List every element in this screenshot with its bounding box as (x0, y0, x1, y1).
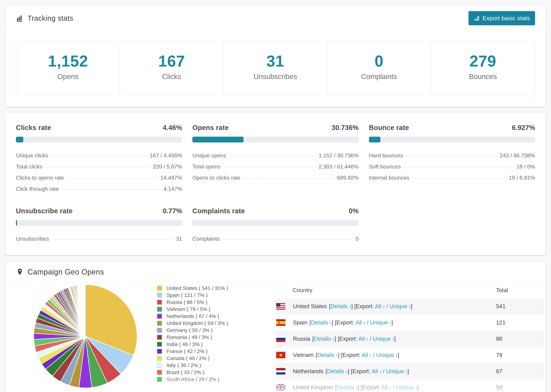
bracket-text: [ (316, 352, 317, 358)
export-all-link[interactable]: All › (362, 352, 372, 358)
summary-stat: 167 Clicks (120, 42, 224, 96)
dotted-leader (66, 178, 158, 178)
progress-track (192, 137, 359, 142)
dotted-leader (45, 167, 151, 167)
export-basic-stats-button[interactable]: Export basic stats (468, 11, 535, 25)
stat-label: Clicks (120, 72, 223, 81)
progress-fill (16, 220, 17, 226)
slash-text: / (372, 352, 376, 358)
bracket-text: ] [Export: (335, 336, 358, 342)
rate-title: Unsubscribe rate (16, 207, 73, 215)
rate-row-label: Unique clicks (16, 152, 48, 159)
table-row: Vietnam[Details ›] [Export: All › / Uniq… (276, 347, 544, 363)
legend-swatch (157, 300, 162, 305)
dotted-leader (51, 239, 174, 239)
country-name: Spain (293, 319, 307, 326)
stat-label: Unsubscribes (224, 72, 327, 81)
legend-label: United States ( 541 / 31% ) (167, 285, 228, 291)
export-unique-link[interactable]: Unique › (389, 303, 411, 309)
progress-track (16, 137, 182, 142)
country-total: 86 (496, 336, 544, 342)
export-unique-link[interactable]: Unique › (370, 319, 391, 326)
rate-row-label: Soft bounces (369, 163, 401, 170)
legend-item: Germany ( 55 / 3% ) (157, 327, 250, 334)
table-row: Russia[Details ›] [Export: All › / Uniqu… (276, 331, 544, 347)
country-flag-icon (276, 319, 285, 326)
export-all-link[interactable]: All › (375, 303, 385, 309)
country-total: 121 (496, 319, 544, 326)
bracket-text: ] (417, 384, 419, 391)
legend-item: Brazil ( 33 / 2% ) (157, 369, 250, 376)
rate-row-label: Total clicks (16, 163, 42, 170)
rate-row-value: 4.147% (164, 186, 182, 192)
export-unique-link[interactable]: Unique › (376, 352, 397, 358)
details-link[interactable]: Details › (327, 368, 348, 374)
legend-label: South Africa ( 29 / 2% ) (167, 377, 219, 382)
rate-row-label: Unsubscribes (16, 236, 49, 242)
slash-text: / (368, 336, 373, 342)
country-flag-icon (276, 303, 285, 309)
rate-rows: Unsubscribes 31 (16, 233, 182, 245)
row-links: [Details ›] [Export: All › / Unique ›] (329, 303, 412, 309)
geo-legend: United States ( 541 / 31% ) Spain ( 121 … (157, 285, 250, 383)
opens-rate-section: Opens rate 30.736% Unique opens 1,152 / … (192, 124, 359, 195)
summary-stats-body: 1,152 Opens 167 Clicks 31 Unsubscribes 0… (5, 31, 546, 107)
legend-label: France ( 42 / 2% ) (167, 348, 208, 354)
legend-swatch (157, 335, 162, 340)
rate-row: Unique opens 1,152 / 30.736% (192, 150, 359, 161)
legend-label: Italy ( 36 / 2% ) (167, 362, 201, 368)
export-unique-link[interactable]: Unique › (396, 384, 417, 391)
bracket-text: [ (312, 336, 314, 342)
legend-swatch (157, 377, 162, 382)
export-all-link[interactable]: All › (372, 368, 381, 374)
rate-row-value: 167 / 4.456% (150, 152, 182, 159)
rates-card: Clicks rate 4.46% Unique clicks 167 / 4.… (5, 113, 546, 255)
legend-swatch (157, 321, 162, 326)
dotted-leader (412, 178, 507, 178)
rate-rows: Complaints 0 (192, 233, 359, 245)
country-name: Russia (293, 336, 310, 342)
slash-text: / (385, 303, 390, 309)
geo-table-body: United States[Details ›] [Export: All › … (276, 298, 544, 392)
rate-row-label: Click through rate (16, 186, 59, 192)
legend-item: India ( 46 / 3% ) (157, 341, 250, 348)
table-row: Netherlands[Details ›] [Export: All › / … (276, 363, 544, 379)
country-name: United States (293, 303, 327, 309)
progress-track (192, 220, 359, 226)
row-links: [Details ›] [Export: All › / Unique ›] (312, 336, 396, 342)
country-name: Vietnam (293, 352, 313, 358)
country-total: 541 (496, 303, 544, 309)
export-all-link[interactable]: All › (356, 319, 365, 326)
export-all-link[interactable]: All › (381, 384, 391, 391)
legend-item: United States ( 541 / 31% ) (157, 285, 250, 292)
row-links: [Details ›] [Export: All › / Unique ›] (335, 384, 419, 391)
country-cell: United States[Details ›] [Export: All › … (293, 303, 496, 309)
rate-row-value: 18 / 0% (516, 163, 535, 170)
stat-value: 279 (431, 52, 535, 70)
summary-stat: 279 Bounces (431, 42, 535, 96)
details-link[interactable]: Details › (314, 336, 335, 342)
export-unique-link[interactable]: Unique › (373, 336, 394, 342)
map-pin-icon (16, 268, 24, 276)
legend-label: Netherlands ( 67 / 4% ) (167, 313, 219, 319)
export-unique-link[interactable]: Unique › (386, 368, 407, 374)
legend-item: France ( 42 / 2% ) (157, 348, 250, 355)
rate-row-value: 31 (176, 236, 182, 242)
legend-swatch (157, 356, 162, 361)
legend-swatch (157, 370, 162, 375)
rate-value: 0% (349, 207, 359, 215)
country-cell: Netherlands[Details ›] [Export: All › / … (293, 368, 496, 375)
rate-rows: Unique opens 1,152 / 30.736% Total opens… (192, 150, 359, 183)
rate-row: Clicks to opens rate 14.497% (16, 172, 182, 183)
legend-swatch (157, 286, 162, 291)
legend-item: Netherlands ( 67 / 4% ) (157, 313, 250, 320)
details-link[interactable]: Details › (311, 319, 332, 326)
rate-value: 0.77% (163, 207, 182, 215)
geo-pie-chart (32, 283, 138, 389)
details-link[interactable]: Details › (317, 352, 338, 358)
details-link[interactable]: Details › (337, 384, 357, 391)
export-all-link[interactable]: All › (358, 336, 368, 342)
country-cell: Spain[Details ›] [Export: All › / Unique… (293, 319, 496, 326)
details-link[interactable]: Details › (330, 303, 351, 309)
geo-table-header: Country Total (276, 283, 544, 298)
